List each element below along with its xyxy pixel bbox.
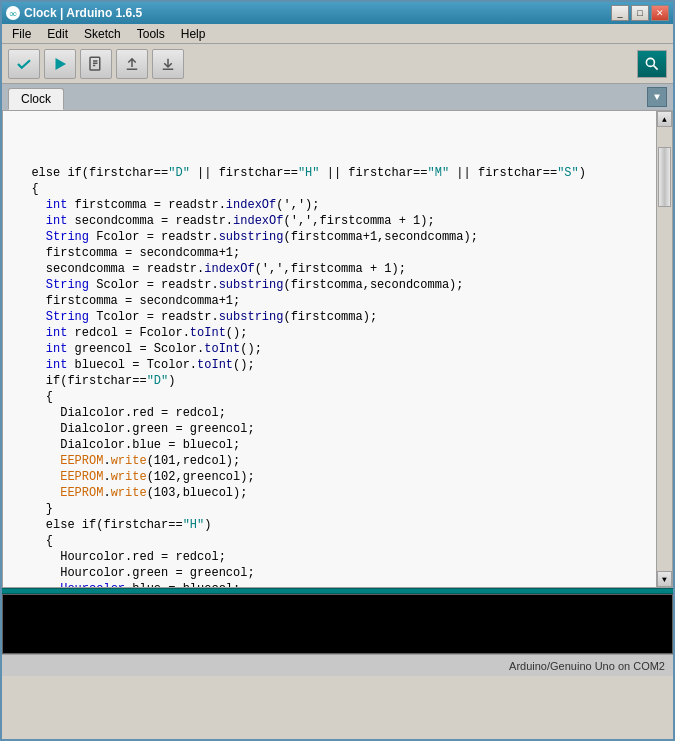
code-line-4: int secondcomma = readstr.indexOf(',',fi… xyxy=(17,214,435,228)
code-line-1: else if(firstchar=="D" || firstchar=="H"… xyxy=(17,166,586,180)
open-button[interactable] xyxy=(116,49,148,79)
code-line-25: Hourcolor.red = redcol; xyxy=(17,550,226,564)
code-line-26: Hourcolor.green = greencol; xyxy=(17,566,255,580)
scrollbar-vertical[interactable]: ▲ ▼ xyxy=(656,111,672,587)
new-button[interactable] xyxy=(80,49,112,79)
title-bar: ∞ Clock | Arduino 1.6.5 _ □ ✕ xyxy=(2,2,673,24)
scroll-down-button[interactable]: ▼ xyxy=(657,571,672,587)
minimize-button[interactable]: _ xyxy=(611,5,629,21)
upload-button[interactable] xyxy=(44,49,76,79)
code-line-22: } xyxy=(17,502,53,516)
code-line-6: firstcomma = secondcomma+1; xyxy=(17,246,240,260)
code-line-17: Dialcolor.green = greencol; xyxy=(17,422,255,436)
menu-help[interactable]: Help xyxy=(175,25,212,43)
close-button[interactable]: ✕ xyxy=(651,5,669,21)
code-line-14: if(firstchar=="D") xyxy=(17,374,175,388)
svg-marker-0 xyxy=(56,58,67,70)
title-bar-left: ∞ Clock | Arduino 1.6.5 xyxy=(6,6,142,20)
code-line-13: int bluecol = Tcolor.toInt(); xyxy=(17,358,255,372)
menu-file[interactable]: File xyxy=(6,25,37,43)
maximize-button[interactable]: □ xyxy=(631,5,649,21)
code-line-10: String Tcolor = readstr.substring(firstc… xyxy=(17,310,377,324)
code-line-16: Dialcolor.red = redcol; xyxy=(17,406,226,420)
code-line-7: secondcomma = readstr.indexOf(',',firstc… xyxy=(17,262,406,276)
tab-dropdown[interactable]: ▼ xyxy=(647,87,667,107)
editor-container: else if(firstchar=="D" || firstchar=="H"… xyxy=(2,110,673,588)
verify-button[interactable] xyxy=(8,49,40,79)
code-line-15: { xyxy=(17,390,53,404)
code-content: else if(firstchar=="D" || firstchar=="H"… xyxy=(11,147,656,587)
status-bar: Arduino/Genuino Uno on COM2 xyxy=(2,654,673,676)
save-button[interactable] xyxy=(152,49,184,79)
code-line-5: String Fcolor = readstr.substring(firstc… xyxy=(17,230,478,244)
menu-bar: File Edit Sketch Tools Help xyxy=(2,24,673,44)
code-editor[interactable]: else if(firstchar=="D" || firstchar=="H"… xyxy=(3,111,656,587)
scroll-up-button[interactable]: ▲ xyxy=(657,111,672,127)
app-logo: ∞ xyxy=(6,6,20,20)
menu-tools[interactable]: Tools xyxy=(131,25,171,43)
code-line-19: EEPROM.write(101,redcol); xyxy=(17,454,240,468)
main-window: ∞ Clock | Arduino 1.6.5 _ □ ✕ File Edit … xyxy=(0,0,675,741)
scrollbar-thumb[interactable] xyxy=(658,147,671,207)
chevron-down-icon: ▼ xyxy=(654,92,660,103)
code-line-20: EEPROM.write(102,greencol); xyxy=(17,470,255,484)
search-button[interactable] xyxy=(637,50,667,78)
code-line-23: else if(firstchar=="H") xyxy=(17,518,211,532)
code-line-11: int redcol = Fcolor.toInt(); xyxy=(17,326,247,340)
code-line-18: Dialcolor.blue = bluecol; xyxy=(17,438,240,452)
code-line-27: Hourcolor.blue = bluecol; xyxy=(17,582,240,587)
status-text: Arduino/Genuino Uno on COM2 xyxy=(509,660,665,672)
svg-point-5 xyxy=(646,58,654,66)
code-line-9: firstcomma = secondcomma+1; xyxy=(17,294,240,308)
tab-clock[interactable]: Clock xyxy=(8,88,64,110)
tab-bar: Clock ▼ xyxy=(2,84,673,110)
code-line-12: int greencol = Scolor.toInt(); xyxy=(17,342,262,356)
code-line-24: { xyxy=(17,534,53,548)
code-line-3: int firstcomma = readstr.indexOf(','); xyxy=(17,198,320,212)
svg-line-6 xyxy=(654,65,658,69)
code-line-2: { xyxy=(17,182,39,196)
toolbar xyxy=(2,44,673,84)
window-controls: _ □ ✕ xyxy=(611,5,669,21)
menu-sketch[interactable]: Sketch xyxy=(78,25,127,43)
window-title: Clock | Arduino 1.6.5 xyxy=(24,6,142,20)
code-line-8: String Scolor = readstr.substring(firstc… xyxy=(17,278,464,292)
code-line-21: EEPROM.write(103,bluecol); xyxy=(17,486,247,500)
menu-edit[interactable]: Edit xyxy=(41,25,74,43)
scrollbar-track[interactable] xyxy=(657,127,672,571)
console-area xyxy=(2,594,673,654)
